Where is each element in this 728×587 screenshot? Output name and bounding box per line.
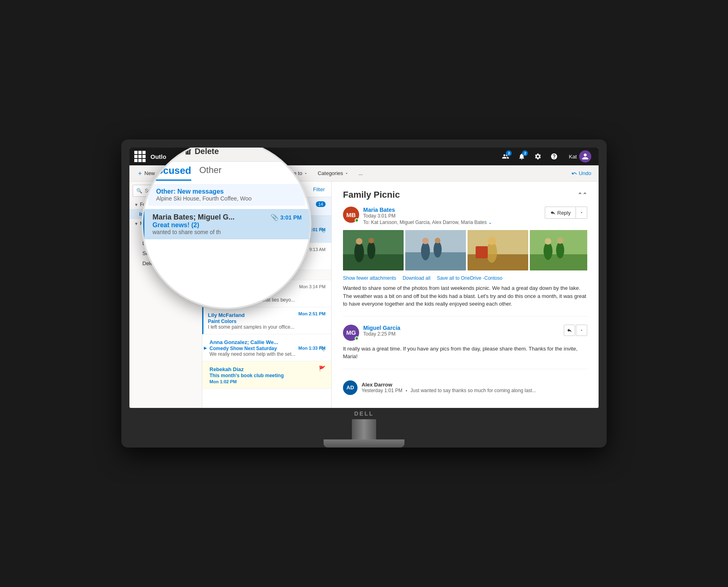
email-from-1: Maria Bates [363,207,541,213]
svg-point-2 [354,242,364,262]
email-subject-4: Paint Colors [208,319,326,324]
people-badge: 2 [506,150,512,156]
bell-badge: 2 [522,150,528,156]
svg-point-9 [434,241,442,258]
save-onedrive-btn[interactable]: Save all to OneDrive -Contoso [437,275,502,281]
photo-2 [405,230,466,270]
mag-email-item[interactable]: Maria Bates; Miguel G... 📎 3:01 PM Great… [143,209,310,239]
svg-point-5 [368,238,374,243]
bell-button[interactable]: 2 [514,149,529,164]
collapse-icon[interactable]: ⌃⌃ [578,192,587,198]
reply-button[interactable]: Reply [545,207,576,219]
thread-icon: ▶ [204,346,207,350]
topbar-icons: 2 2 Kat [498,149,594,164]
mag-tabs: Focused Other [143,162,310,181]
download-all-btn[interactable]: Download all [402,275,430,281]
thread-header-2: MG Miguel Garcia Today 2:25 PM [343,325,587,341]
settings-button[interactable] [531,149,545,164]
filter-button[interactable]: Filter [313,182,325,197]
avatar-maria: MB [343,207,359,223]
chevron-icon: ▼ [134,203,138,207]
email-detail: Family Picnic ⌃⌃ MB Maria Bates Today 3:… [332,182,599,408]
people-button[interactable]: 2 [498,149,513,164]
search-icon: 🔍 [136,188,142,194]
monitor-brand: DELL [354,408,374,419]
online-indicator-2 [355,336,359,340]
more-button[interactable]: ... [354,167,367,179]
mag-sender: Maria Bates; Miguel G... [152,213,235,222]
reply-icon-btn-2[interactable] [564,325,575,336]
mag-tab-other[interactable]: Other [199,165,222,181]
avatar [579,150,591,163]
help-button[interactable] [547,149,561,164]
photo-3 [468,230,528,270]
mag-time-wrapper: 📎 3:01 PM [271,213,302,221]
svg-point-8 [421,242,430,260]
separator-dot: • [406,388,407,393]
photo-1 [343,230,404,270]
categories-button[interactable]: Categories [313,167,353,179]
notification-count: 14 [316,201,326,207]
show-fewer-btn[interactable]: Show fewer attachments [343,275,396,281]
monitor-stand: DELL [129,408,599,448]
svg-point-19 [544,242,552,260]
thread-item-1: MB Maria Bates Today 3:01 PM To: Kat Lar… [343,207,587,317]
mag-notification[interactable]: Other: New messages Alpine Ski House, Fo… [148,184,305,206]
thread-meta-3: Alex Darrow Yesterday 1:01 PM • Just wan… [362,382,536,393]
attachment-bar: Show fewer attachments Download all Save… [343,275,587,281]
svg-point-15 [488,237,496,245]
svg-point-22 [557,237,563,244]
undo-button[interactable]: Undo [567,167,595,179]
mag-time: 3:01 PM [280,214,302,221]
svg-point-4 [356,238,362,245]
avatar-miguel: MG [343,325,359,341]
waffle-icon[interactable] [134,151,146,162]
flag-icon: 🚩 [319,365,326,372]
email-date-2: Today 2:25 PM [363,331,560,337]
mag-notif-title: Other: New messages [156,188,297,195]
email-item-6[interactable]: Rebekah Diaz 🚩 This month's book club me… [202,361,331,389]
thread-actions-2 [564,325,587,336]
svg-point-11 [435,238,440,243]
email-time-3: Mon 3:14 PM [299,284,326,289]
email-subject-6: This month's book club meeting [210,373,326,378]
email-from-3: Alex Darrow [362,382,536,388]
more-icon-btn-2[interactable] [576,325,587,336]
email-body-1: Wanted to share some of the photos from … [343,284,587,308]
email-preview-3: Just wanted to say thanks so much for co… [411,388,536,393]
email-sender-4: Lily McFarland [208,312,245,318]
email-subject-header: Family Picnic ⌃⌃ [343,190,587,200]
stand-base [324,439,404,448]
email-preview-4: I left some paint samples in your office… [208,324,326,330]
thread-item-2: MG Miguel Garcia Today 2:25 PM [343,325,587,369]
svg-point-21 [545,238,551,245]
magnifier-content: ⊕ New 🗑 Delete Focused Other [143,148,310,308]
reply-dropdown-button[interactable] [576,207,587,219]
email-time-6: Mon 1:02 PM [210,379,326,384]
email-date-3: Yesterday 1:01 PM [362,388,402,393]
mag-attach-icon: 📎 [271,213,279,221]
chevron-icon-2: ▼ [134,222,138,226]
online-indicator [355,218,359,222]
reply-group: Reply [545,207,587,219]
svg-rect-16 [476,246,488,258]
avatar-alex: AD [343,380,358,395]
email-sender-5: Anna Gonzalez; Callie We... [210,339,278,345]
expand-recipients[interactable]: ⌄ [488,220,492,225]
email-time-2: 9:13 AM [309,247,326,252]
mag-preview: wanted to share some of th [152,229,302,235]
email-to-1: To: Kat Larsson, Miguel Garcia, Alex Dar… [363,220,541,225]
photo-4 [530,230,587,270]
thread-header-1: MB Maria Bates Today 3:01 PM To: Kat Lar… [343,207,587,225]
email-time-5: Mon 1:33 PM [298,346,326,351]
stand-neck [352,419,376,439]
email-item-5[interactable]: ▶ Anna Gonzalez; Callie We... 📎 Mon 1:33… [202,334,331,361]
thread-item-3[interactable]: AD Alex Darrow Yesterday 1:01 PM • Just … [343,377,587,398]
email-preview-5: We really need some help with the set... [210,351,326,357]
email-item-4[interactable]: Lily McFarland Mon 2:51 PM Paint Colors … [202,307,331,334]
user-menu[interactable]: Kat [566,149,594,164]
email-time-4: Mon 2:51 PM [298,311,326,316]
email-meta-1: Maria Bates Today 3:01 PM To: Kat Larsso… [363,207,541,225]
email-subject-title: Family Picnic [343,190,400,200]
mag-delete-button[interactable]: 🗑 Delete [184,148,219,156]
